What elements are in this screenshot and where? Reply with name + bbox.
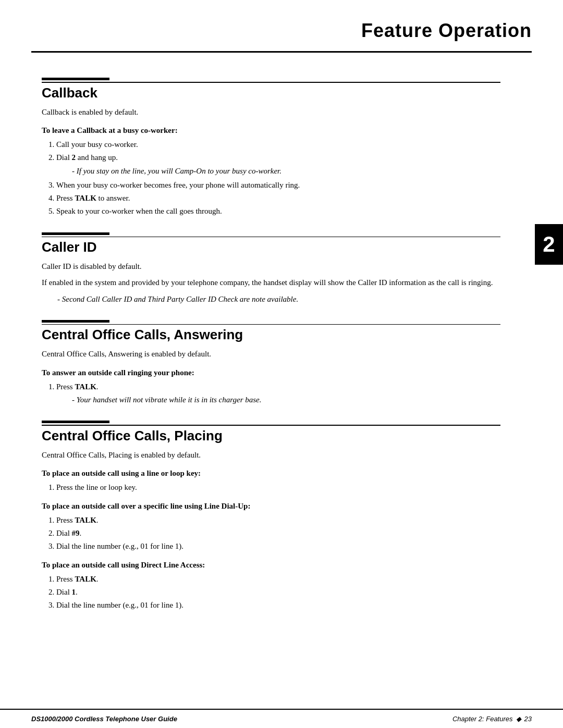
- co-answering-steps: Press TALK. Your handset will not vibrat…: [56, 381, 500, 406]
- callback-intro: Callback is enabled by default.: [42, 106, 500, 118]
- callback-subheading: To leave a Callback at a busy co-worker:: [42, 125, 500, 137]
- callback-section-heading-wrap: Callback: [42, 78, 500, 101]
- co-placing-intro: Central Office Calls, Placing is enabled…: [42, 449, 500, 461]
- page-header: Feature Operation: [0, 0, 563, 42]
- page-title: Feature Operation: [361, 20, 532, 41]
- footer-left-text: DS1000/2000 Cordless Telephone User Guid…: [31, 715, 177, 723]
- co-placing-section-heading-wrap: Central Office Calls, Placing: [42, 421, 500, 444]
- list-item: Press the line or loop key.: [56, 482, 500, 493]
- list-item: Press TALK.: [56, 514, 500, 526]
- co-placing-subheading-2: To place an outside call over a specific…: [42, 500, 500, 512]
- list-item: Call your busy co-worker.: [56, 139, 500, 151]
- callback-divider-line: [42, 82, 500, 83]
- co-placing-subheading-1: To place an outside call using a line or…: [42, 467, 500, 479]
- list-item: Press TALK. Your handset will not vibrat…: [56, 381, 500, 406]
- callerid-note: Second Call Caller ID and Third Party Ca…: [57, 293, 500, 305]
- co-answering-subheading: To answer an outside call ringing your p…: [42, 367, 500, 379]
- co-placing-steps-3: Press TALK. Dial 1. Dial the line number…: [56, 573, 500, 612]
- callback-divider: [42, 78, 500, 83]
- co-placing-steps-1: Press the line or loop key.: [56, 482, 500, 493]
- list-item: Dial the line number (e.g., 01 for line …: [56, 540, 500, 552]
- callback-divider-thick: [42, 78, 109, 80]
- callerid-divider-line: [42, 237, 500, 238]
- page-footer: DS1000/2000 Cordless Telephone User Guid…: [0, 709, 563, 728]
- callerid-divider: [42, 232, 500, 238]
- main-content: Callback Callback is enabled by default.…: [0, 53, 563, 625]
- co-answering-divider-thick: [42, 320, 109, 323]
- footer-right: Chapter 2: Features ◆ 23: [452, 715, 532, 723]
- co-answering-note: Your handset will not vibrate while it i…: [72, 394, 500, 406]
- co-placing-steps-2: Press TALK. Dial #9. Dial the line numbe…: [56, 514, 500, 553]
- footer-diamond-icon: ◆: [516, 715, 521, 723]
- page: Feature Operation 2 Callback Callback is…: [0, 0, 563, 728]
- list-item: Speak to your co-worker when the call go…: [56, 205, 500, 217]
- co-answering-section-heading-wrap: Central Office Calls, Answering: [42, 320, 500, 343]
- callerid-section-heading-wrap: Caller ID: [42, 232, 500, 256]
- list-item: Press TALK.: [56, 573, 500, 585]
- callerid-intro: Caller ID is disabled by default.: [42, 261, 500, 273]
- co-answering-heading: Central Office Calls, Answering: [42, 327, 500, 343]
- list-item: Press TALK to answer.: [56, 192, 500, 204]
- list-item: Dial #9.: [56, 527, 500, 539]
- co-answering-divider-line: [42, 324, 500, 325]
- callerid-heading: Caller ID: [42, 239, 500, 255]
- callerid-divider-thick: [42, 232, 109, 235]
- chapter-tab: 2: [535, 224, 563, 265]
- co-placing-divider: [42, 421, 500, 426]
- callerid-body: If enabled in the system and provided by…: [42, 277, 500, 289]
- list-item: Dial 1.: [56, 586, 500, 598]
- co-answering-divider: [42, 320, 500, 325]
- callback-steps: Call your busy co-worker. Dial 2 and han…: [56, 139, 500, 218]
- co-placing-divider-thick: [42, 421, 109, 423]
- co-placing-divider-line: [42, 425, 500, 426]
- co-placing-subheading-3: To place an outside call using Direct Li…: [42, 559, 500, 571]
- list-item: Dial 2 and hang up. If you stay on the l…: [56, 152, 500, 177]
- co-answering-intro: Central Office Calls, Answering is enabl…: [42, 348, 500, 360]
- list-item: When your busy co-worker becomes free, y…: [56, 179, 500, 191]
- co-placing-heading: Central Office Calls, Placing: [42, 428, 500, 444]
- footer-chapter: Chapter 2: Features: [452, 715, 513, 723]
- callback-note-1: If you stay on the line, you will Camp-O…: [72, 165, 500, 177]
- list-item: Dial the line number (e.g., 01 for line …: [56, 599, 500, 611]
- callback-heading: Callback: [42, 85, 500, 101]
- footer-page: 23: [524, 715, 532, 723]
